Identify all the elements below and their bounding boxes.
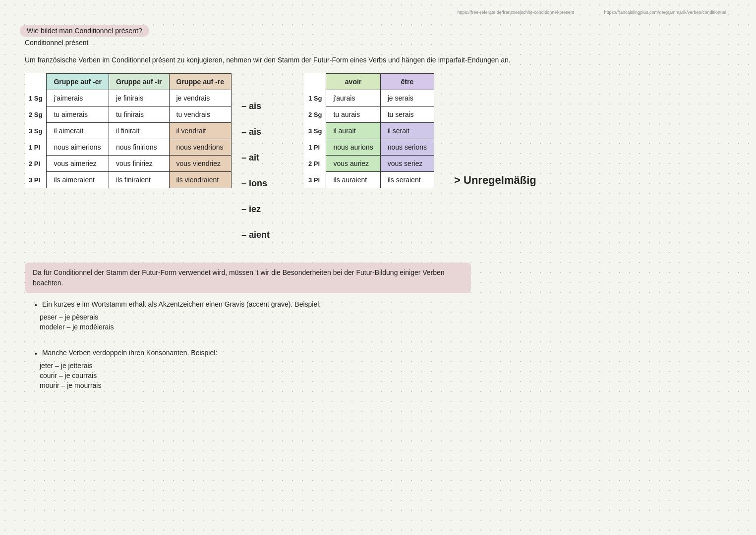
bullet-text-1: Ein kurzes e im Wortstamm erhält als Akz… <box>42 300 321 308</box>
endings-column: – ais – ais – ait – ions – iez – aient <box>236 73 280 248</box>
bullet-section-2: • Manche Verben verdoppeln ihren Konsona… <box>35 349 736 389</box>
example-peser: peser – je pèserais <box>40 313 736 321</box>
col-header-avoir: avoir <box>326 74 380 90</box>
bullet-section-1: • Ein kurzes e im Wortstamm erhält als A… <box>35 300 736 331</box>
col-header-ir: Gruppe auf -ir <box>109 74 169 90</box>
intro-text: Um französische Verben im Conditionnel p… <box>25 54 736 65</box>
main-table: Gruppe auf -er Gruppe auf -ir Gruppe auf… <box>25 73 232 188</box>
aux-table-wrapper: avoir être 1 Sg j'aurais je serais 2 Sg … <box>304 73 434 188</box>
col-header-re: Gruppe auf -re <box>169 74 231 90</box>
ending-ions: – ions <box>241 170 270 196</box>
aux-table: avoir être 1 Sg j'aurais je serais 2 Sg … <box>304 73 434 188</box>
table-row: 3 Sg il aimerait il finirait il vendrait <box>25 123 231 139</box>
main-table-wrapper: Gruppe auf -er Gruppe auf -ir Gruppe auf… <box>25 73 280 248</box>
unregelmassig-label: > Unregelmäßig <box>454 174 536 187</box>
table-row: 3 Pl ils aimeraient ils finiraient ils v… <box>25 172 231 188</box>
bullet-dot-1: • <box>35 301 37 309</box>
ending-aient: – aient <box>241 222 270 248</box>
info-box: Da für Conditionnel der Stamm der Futur-… <box>25 263 471 293</box>
example-jeter: jeter – je jetterais <box>40 362 736 370</box>
url-bar: https://free-referate.de/franzoesisch/le… <box>20 10 736 15</box>
col-header-er: Gruppe auf -er <box>47 74 109 90</box>
ending-ais-2: – ais <box>241 119 270 145</box>
bullet-text-2: Manche Verben verdoppeln ihren Konsonant… <box>42 349 217 357</box>
table-row: 1 Pl nous aimerions nous finirions nous … <box>25 139 231 156</box>
subtitle: Conditionnel présent <box>25 39 736 47</box>
ending-iez: – iez <box>241 196 270 222</box>
table-row: 1 Sg j'aurais je serais <box>304 90 434 107</box>
table-row: 2 Sg tu aurais tu serais <box>304 107 434 123</box>
example-mourir: mourir – je mourrais <box>40 381 736 389</box>
url1: https://free-referate.de/franzoesisch/le… <box>458 10 575 15</box>
example-modeler: modeler – je modèlerais <box>40 323 736 331</box>
table-row: 1 Pl nous aurions nous serions <box>304 139 434 156</box>
table-row: 1 Sg j'aimerais je finirais je vendrais <box>25 90 231 107</box>
table-row: 2 Sg tu aimerais tu finirais tu vendrais <box>25 107 231 123</box>
ending-ait: – ait <box>241 145 270 170</box>
example-courir: courir – je courrais <box>40 372 736 379</box>
tables-section: Gruppe auf -er Gruppe auf -ir Gruppe auf… <box>25 73 736 248</box>
table-row: 2 Pl vous auriez vous seriez <box>304 156 434 172</box>
bullet-dot-2: • <box>35 350 37 358</box>
table-row: 3 Sg il aurait il serait <box>304 123 434 139</box>
bullet-item-2: • Manche Verben verdoppeln ihren Konsona… <box>35 349 736 358</box>
title-badge: Wie bildet man Conditionnel présent? <box>20 25 149 37</box>
col-header-etre: être <box>380 74 434 90</box>
url2: https://francaislingplus.com/de/grammari… <box>604 10 726 15</box>
table-row: 3 Pl ils auraient ils seraient <box>304 172 434 188</box>
table-row: 2 Pl vous aimeriez vous finiriez vous vi… <box>25 156 231 172</box>
bullet-item-1: • Ein kurzes e im Wortstamm erhält als A… <box>35 300 736 309</box>
ending-ais-1: – ais <box>241 93 270 119</box>
